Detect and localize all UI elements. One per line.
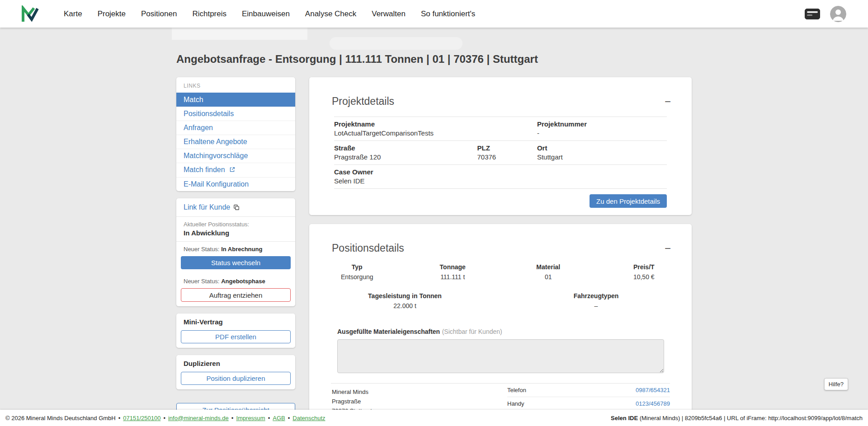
change-status-button[interactable]: Status wechseln xyxy=(181,256,291,269)
contact-block: Mineral Minds Pragstraße 70376 Stuttgart… xyxy=(331,383,670,410)
sidebar: LINKS Match Positionsdetails Anfragen Er… xyxy=(176,77,295,410)
ort-value: Stuttgart xyxy=(537,153,667,161)
main-nav: Karte Projekte Positionen Richtpreis Ein… xyxy=(56,0,483,28)
footer-session-info: Selen IDE (Mineral Minds) | 8209b5fc54a6… xyxy=(611,415,863,421)
contact-city: 70376 Stuttgart xyxy=(332,406,507,410)
position-overview-button[interactable]: Zur Positionsübersicht xyxy=(176,403,295,410)
position-details-card: Positionsdetails − Typ Entsorgung Tonnag… xyxy=(309,224,692,410)
spec-fahrzeugtypen: Fahrzeugtypen – xyxy=(500,292,692,309)
footer-link-impressum[interactable]: Impressum xyxy=(236,415,265,421)
position-details-title: Positionsdetails xyxy=(332,242,663,254)
help-button[interactable]: Hilfe? xyxy=(824,378,848,390)
offer-status-value: Angebotsphase xyxy=(221,278,265,285)
withdraw-order-button[interactable]: Auftrag entziehen xyxy=(181,288,291,302)
person-icon xyxy=(830,6,846,22)
footer: © 2026 Mineral Minds Deutschland GmbH • … xyxy=(0,410,868,426)
collapse-position-details-button[interactable]: − xyxy=(663,243,673,254)
plz-label: PLZ xyxy=(477,144,537,152)
terminal-device-icon[interactable] xyxy=(805,9,820,19)
plz-value: 70376 xyxy=(477,153,537,161)
ort-label: Ort xyxy=(537,144,667,152)
phone-link[interactable]: 0987/654321 xyxy=(636,387,670,393)
next-status-value: In Abrechnung xyxy=(221,246,262,253)
go-to-project-details-button[interactable]: Zu den Projektdetails xyxy=(590,194,667,208)
create-pdf-button[interactable]: PDF erstellen xyxy=(181,330,291,343)
footer-separator: • xyxy=(288,415,290,421)
mobile-link[interactable]: 0123/456789 xyxy=(636,400,670,407)
top-navbar: Karte Projekte Positionen Richtpreis Ein… xyxy=(0,0,868,28)
customer-link-button[interactable]: Link für Kunde xyxy=(176,198,295,216)
mini-contract-card: Mini-Vertrag PDF erstellen xyxy=(176,314,295,348)
main-content: Projektdetails − Projektname LotActualTa… xyxy=(309,77,692,410)
spec-preis: Preis/T 10,50 € xyxy=(596,263,692,281)
spec-material: Material 01 xyxy=(500,263,596,281)
footer-link-agb[interactable]: AGB xyxy=(273,415,285,421)
material-properties-label: Ausgefüllte Materialeigenschaften xyxy=(337,328,440,335)
next-status-prefix: Neuer Status: xyxy=(184,246,220,253)
projektname-label: Projektname xyxy=(334,120,537,128)
nav-item-karte[interactable]: Karte xyxy=(56,0,90,28)
footer-separator: • xyxy=(268,415,270,421)
footer-separator: • xyxy=(163,415,165,421)
duplicate-card: Duplizieren Position duplizieren xyxy=(176,355,295,389)
offer-status-line: Neuer Status: Angebotsphase xyxy=(176,274,295,287)
duplicate-position-button[interactable]: Position duplizieren xyxy=(181,372,291,385)
links-card-header: LINKS xyxy=(176,77,295,93)
mobile-label: Handy xyxy=(507,400,524,407)
case-owner-label: Case Owner xyxy=(334,168,667,176)
spec-tagesleistung: Tagesleistung in Tonnen 22.000 t xyxy=(309,292,500,309)
page-title: Angebotsanfrage - Entsorgung | 111.111 T… xyxy=(176,53,692,66)
navbar-right xyxy=(805,6,846,22)
contact-row-mobile: Handy 0123/456789 xyxy=(507,397,670,410)
footer-link-datenschutz[interactable]: Datenschutz xyxy=(292,415,325,421)
footer-link-phone[interactable]: 07151/250100 xyxy=(123,415,160,421)
sidebar-item-match-finden[interactable]: Match finden xyxy=(176,163,295,177)
nav-item-projekte[interactable]: Projekte xyxy=(90,0,133,28)
collapse-project-details-button[interactable]: − xyxy=(663,96,673,107)
nav-item-verwalten[interactable]: Verwalten xyxy=(364,0,413,28)
sidebar-item-match[interactable]: Match xyxy=(176,93,295,107)
projektname-value: LotActualTargetComparisonTests xyxy=(334,129,537,137)
user-avatar[interactable] xyxy=(830,6,846,22)
footer-session-text: (Mineral Minds) | 8209b5fc54a6 | URL of … xyxy=(638,415,863,421)
sidebar-item-email-konfiguration[interactable]: E-Mail Konfiguration xyxy=(176,177,295,191)
sidebar-item-matchingvorschlaege[interactable]: Matchingvorschläge xyxy=(176,149,295,163)
strasse-label: Straße xyxy=(334,144,477,152)
mineral-minds-logo-icon xyxy=(21,5,39,23)
contact-rows: Telefon 0987/654321 Handy 0123/456789 xyxy=(507,384,670,410)
position-specs-row-2: Tagesleistung in Tonnen 22.000 t Fahrzeu… xyxy=(309,292,692,309)
next-status-line: Neuer Status: In Abrechnung xyxy=(176,242,295,255)
duplicate-title: Duplizieren xyxy=(176,355,295,371)
material-properties-hint: (Sichtbar für Kunden) xyxy=(442,328,502,335)
sidebar-item-anfragen[interactable]: Anfragen xyxy=(176,121,295,135)
sidebar-item-positionsdetails[interactable]: Positionsdetails xyxy=(176,107,295,121)
nav-item-einbauweisen[interactable]: Einbauweisen xyxy=(234,0,297,28)
nav-item-positionen[interactable]: Positionen xyxy=(133,0,184,28)
app-logo[interactable] xyxy=(21,5,39,23)
project-details-card: Projektdetails − Projektname LotActualTa… xyxy=(309,77,692,215)
contact-address: Mineral Minds Pragstraße 70376 Stuttgart xyxy=(331,384,507,410)
sidebar-item-erhaltene-angebote[interactable]: Erhaltene Angebote xyxy=(176,135,295,149)
current-status-label: Aktueller Positionsstatus: xyxy=(184,221,288,228)
external-link-icon xyxy=(229,166,235,174)
current-status-value: In Abwicklung xyxy=(184,229,288,237)
footer-left: © 2026 Mineral Minds Deutschland GmbH • … xyxy=(5,415,326,421)
footer-copyright: © 2026 Mineral Minds Deutschland GmbH xyxy=(5,415,116,421)
footer-user: Selen IDE xyxy=(611,415,638,421)
project-details-title: Projektdetails xyxy=(332,95,663,108)
case-owner-value: Selen IDE xyxy=(334,177,667,185)
contact-street: Pragstraße xyxy=(332,397,507,406)
links-card: LINKS Match Positionsdetails Anfragen Er… xyxy=(176,77,295,191)
nav-item-richtpreis[interactable]: Richtpreis xyxy=(184,0,234,28)
projektnummer-label: Projektnummer xyxy=(537,120,667,128)
contact-row-phone: Telefon 0987/654321 xyxy=(507,384,670,397)
strasse-value: Pragstraße 120 xyxy=(334,153,477,161)
nav-item-analyse-check[interactable]: Analyse Check xyxy=(297,0,364,28)
footer-link-email[interactable]: info@mineral-minds.de xyxy=(168,415,229,421)
nav-item-so-funktionierts[interactable]: So funktioniert's xyxy=(413,0,483,28)
table-row: Case Owner Selen IDE xyxy=(334,165,667,189)
material-properties-textarea[interactable] xyxy=(337,339,664,373)
footer-separator: • xyxy=(231,415,234,421)
footer-separator: • xyxy=(118,415,121,421)
status-card: Link für Kunde Aktueller Positionsstatus… xyxy=(176,198,295,306)
